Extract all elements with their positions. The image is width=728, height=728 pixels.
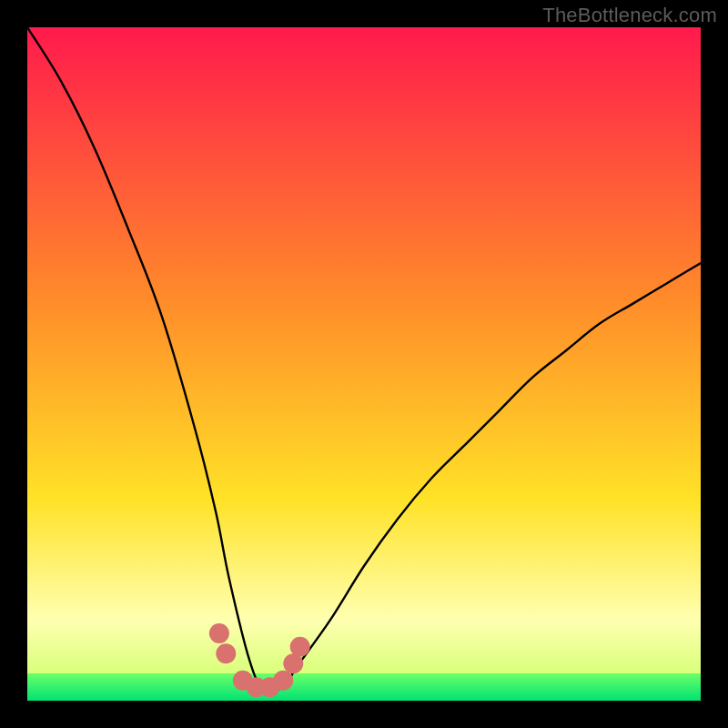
highlight-dots xyxy=(209,623,310,697)
curve-layer xyxy=(27,27,701,701)
highlight-dot xyxy=(290,637,310,657)
watermark-text: TheBottleneck.com xyxy=(542,4,717,27)
chart-frame: TheBottleneck.com xyxy=(0,0,728,728)
plot-area xyxy=(27,27,701,701)
bottleneck-curve xyxy=(27,27,701,691)
highlight-dot xyxy=(209,623,229,643)
highlight-dot xyxy=(216,643,236,663)
highlight-dot xyxy=(273,671,293,691)
